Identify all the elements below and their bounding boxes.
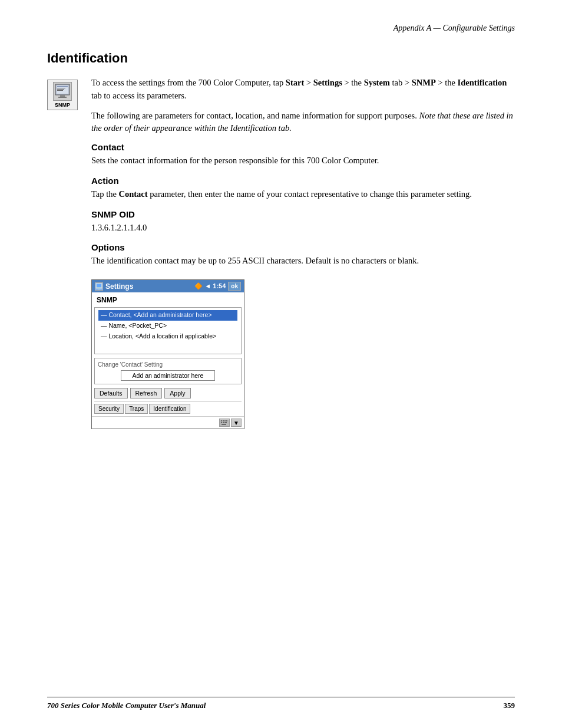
intro-tab-text: tab > xyxy=(390,78,412,87)
options-body: The identification contact may be up to … xyxy=(91,255,515,268)
footer-right: 359 xyxy=(504,701,515,710)
intro-p1-suffix: tab to access its parameters. xyxy=(91,91,186,100)
apply-button[interactable]: Apply xyxy=(164,388,190,398)
titlebar-icon xyxy=(95,282,103,291)
footer-left: 700 Series Color Mobile Computer User's … xyxy=(47,701,206,710)
action-subsection: Action Tap the Contact parameter, then e… xyxy=(91,176,515,201)
snmp-oid-title: SNMP OID xyxy=(91,209,515,219)
ok-button-title[interactable]: ok xyxy=(228,282,241,291)
svg-rect-6 xyxy=(60,95,65,97)
screenshot-change-section: Change 'Contact' Setting xyxy=(94,358,242,384)
intro-arrow1: > xyxy=(304,78,313,87)
screenshot-button-row: Defaults Refresh Apply xyxy=(94,388,242,398)
titlebar-signal: 🔶 ◄ 1:54 xyxy=(194,282,226,290)
intro-bold-identification: Identification xyxy=(458,78,507,87)
contact-subsection: Contact Sets the contact information for… xyxy=(91,142,515,167)
intro-arrow2: > the xyxy=(436,78,458,87)
snmp-svg-icon xyxy=(54,83,71,100)
titlebar-title: Settings xyxy=(105,282,133,291)
keyboard-icon[interactable] xyxy=(219,419,230,427)
svg-rect-10 xyxy=(98,288,100,289)
screenshot-tree-list: — Contact, <Add an administrator here> —… xyxy=(94,307,242,354)
header-text: Appendix A — Configurable Settings xyxy=(394,24,515,33)
svg-rect-4 xyxy=(57,89,64,90)
snmp-oid-subsection: SNMP OID 1.3.6.1.2.1.1.4.0 xyxy=(91,209,515,235)
change-section-label: Change 'Contact' Setting xyxy=(98,361,238,368)
icon-column: SNMP xyxy=(47,77,91,429)
contact-title: Contact xyxy=(91,142,515,152)
action-title: Action xyxy=(91,176,515,186)
options-subsection: Options The identification contact may b… xyxy=(91,242,515,268)
intro-para-1: To access the settings from the 700 Colo… xyxy=(91,77,515,103)
tab-traps[interactable]: Traps xyxy=(125,404,148,414)
text-column: To access the settings from the 700 Colo… xyxy=(91,77,515,429)
page-header: Appendix A — Configurable Settings xyxy=(47,24,515,33)
svg-rect-18 xyxy=(224,422,227,423)
intro-bold-start: Start xyxy=(286,78,304,87)
intro-bold-snmp: SNMP xyxy=(412,78,436,87)
intro-p1-middle: > the xyxy=(342,78,364,87)
page-container: Appendix A — Configurable Settings Ident… xyxy=(0,0,562,728)
screenshot-box: Settings 🔶 ◄ 1:54 ok SNMP — Con xyxy=(91,279,244,429)
screenshot-bottom: ▼ xyxy=(92,416,244,429)
svg-rect-3 xyxy=(57,88,65,88)
svg-rect-17 xyxy=(223,422,224,423)
page-footer: 700 Series Color Mobile Computer User's … xyxy=(47,697,515,710)
svg-rect-12 xyxy=(221,420,222,421)
titlebar-right: 🔶 ◄ 1:54 ok xyxy=(194,282,241,291)
contact-body: Sets the contact information for the per… xyxy=(91,154,515,167)
screenshot-content: SNMP — Contact, <Add an administrator he… xyxy=(92,292,244,416)
svg-rect-7 xyxy=(58,97,67,98)
action-bold-contact: Contact xyxy=(119,189,148,199)
action-body: Tap the Contact parameter, then enter th… xyxy=(91,188,515,201)
refresh-button[interactable]: Refresh xyxy=(130,388,163,398)
tree-item-contact[interactable]: — Contact, <Add an administrator here> xyxy=(98,310,237,321)
tree-item-name[interactable]: — Name, <Pocket_PC> xyxy=(98,321,237,331)
svg-rect-14 xyxy=(224,420,226,421)
action-body-prefix: Tap the xyxy=(91,189,119,199)
titlebar-left: Settings xyxy=(95,282,133,291)
svg-rect-13 xyxy=(223,420,224,421)
intro-bold-system: System xyxy=(364,78,390,87)
svg-rect-19 xyxy=(222,424,226,425)
tab-security[interactable]: Security xyxy=(94,404,124,414)
svg-rect-16 xyxy=(221,422,222,423)
svg-rect-5 xyxy=(57,90,63,91)
content-area: SNMP To access the settings from the 700… xyxy=(47,77,515,429)
change-contact-input[interactable] xyxy=(121,370,215,381)
intro-bold-settings: Settings xyxy=(313,78,342,87)
screenshot-container: Settings 🔶 ◄ 1:54 ok SNMP — Con xyxy=(91,279,515,429)
intro-p2-normal: The following are parameters for contact… xyxy=(91,111,419,120)
arrow-icon[interactable]: ▼ xyxy=(231,419,242,427)
svg-rect-15 xyxy=(226,420,227,421)
svg-rect-2 xyxy=(57,86,68,87)
snmp-icon-image xyxy=(53,82,72,101)
intro-para-2: The following are parameters for contact… xyxy=(91,110,515,136)
snmp-icon-label: SNMP xyxy=(55,102,70,108)
snmp-oid-value: 1.3.6.1.2.1.1.4.0 xyxy=(91,222,515,235)
defaults-button[interactable]: Defaults xyxy=(94,388,128,398)
intro-p1-prefix: To access the settings from the 700 Colo… xyxy=(91,78,286,87)
section-title: Identification xyxy=(47,51,515,66)
action-body-suffix: parameter, then enter the name of your c… xyxy=(148,189,472,199)
screenshot-tab-row: Security Traps Identification xyxy=(94,401,242,414)
options-title: Options xyxy=(91,242,515,252)
svg-rect-9 xyxy=(97,284,101,287)
screenshot-titlebar: Settings 🔶 ◄ 1:54 ok xyxy=(92,280,244,292)
tree-item-location[interactable]: — Location, <Add a location if applicabl… xyxy=(98,331,237,342)
tab-identification[interactable]: Identification xyxy=(149,404,190,414)
snmp-icon: SNMP xyxy=(47,80,78,110)
screenshot-snmp-label: SNMP xyxy=(94,295,242,305)
